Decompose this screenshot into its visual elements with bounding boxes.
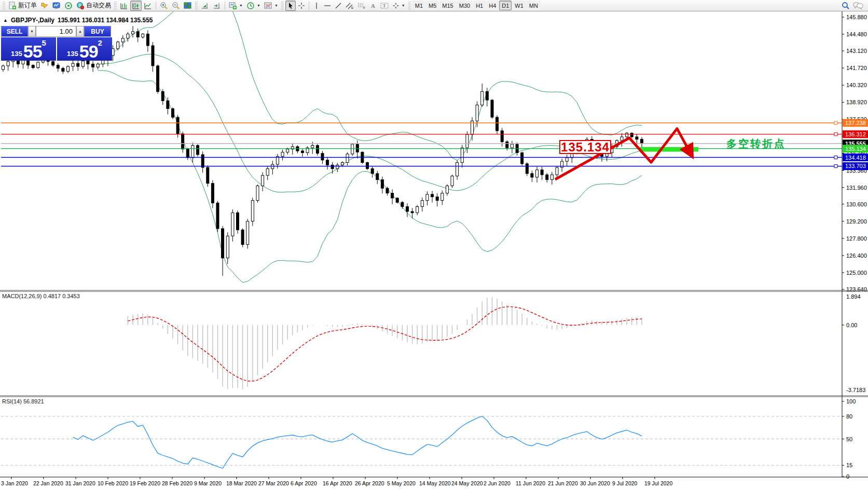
timeframe-button-m5[interactable]: M5 [426,1,439,10]
chart-canvas[interactable]: 145.880144.480143.120141.720140.320138.9… [0,11,868,489]
vertical-line-icon [313,2,320,9]
dropdown-arrow-icon: ▼ [257,4,260,7]
rsi-axis-label: 100 [846,398,856,404]
text-icon: A [369,2,377,9]
date-tick-label: 24 May 2020 [451,480,483,486]
svg-text:A: A [371,3,375,9]
timeframe-button-mn[interactable]: MN [527,1,541,10]
buy-price-big: 59 [79,44,98,59]
equidistant-channel-icon: E [346,2,354,9]
rsi-panel[interactable]: 1008050150 [1,398,856,480]
line-handle[interactable] [834,156,837,159]
buy-price-panel[interactable]: 135 59 2 [57,37,112,61]
level-price-label: 137.238 [845,120,866,126]
volume-increase-button[interactable]: ▲ [76,26,84,37]
text-label-icon: T [380,2,389,9]
collapse-arrow-icon[interactable]: ▲ [3,18,8,23]
sell-price-panel[interactable]: 135 55 5 [1,37,56,61]
new-order-button[interactable]: 新订单 [7,1,38,11]
market-watch-button[interactable] [51,1,62,11]
toolbar-grip[interactable] [281,2,284,10]
buy-price-prefix: 135 [67,49,78,59]
date-tick-label: 27 Mar 2020 [258,480,289,486]
bar-chart-icon [120,2,128,10]
auto-trading-icon [76,2,85,10]
fibonacci-tool-button[interactable]: F [356,1,367,11]
timeframe-button-d1[interactable]: D1 [499,1,512,10]
zoom-in-button[interactable] [158,1,170,11]
line-chart-button[interactable] [142,1,154,11]
sell-button[interactable]: SELL [1,26,28,37]
buy-price-pip: 2 [98,38,102,47]
macd-signal-line [128,307,642,382]
timeframe-button-m15[interactable]: M15 [439,1,456,10]
monitor-chart-icon [52,2,61,10]
text-tool-button[interactable]: A [368,1,378,11]
channel-tool-button[interactable]: E [344,1,355,11]
clock-icon [246,2,255,10]
timeframe-button-m1[interactable]: M1 [412,1,425,10]
vertical-line-tool-button[interactable] [311,1,322,11]
line-handle[interactable] [834,133,837,136]
search-symbol-icon[interactable] [842,2,850,10]
trendline-tool-button[interactable] [333,1,343,11]
toolbar-grip[interactable] [408,2,411,10]
toolbar-grip[interactable] [114,2,117,10]
volume-input[interactable] [36,26,76,37]
price-callout-box[interactable]: 135.134 [559,140,611,154]
crosshair-tool-button[interactable] [296,1,307,11]
timeframe-button-m30[interactable]: M30 [457,1,473,10]
templates-button[interactable]: ▼ [263,1,280,11]
volume-decrease-button[interactable]: ▼ [28,26,36,37]
line-handle[interactable] [834,164,837,167]
profile-button[interactable] [39,1,50,11]
price-tick-label: 131.960 [846,185,867,191]
text-label-tool-button[interactable]: T [379,1,390,11]
price-tick-label: 125.000 [846,270,867,276]
chat-icon[interactable] [853,2,863,10]
candlestick-icon [132,2,140,10]
periods-button[interactable]: ▼ [245,1,262,11]
turning-point-label[interactable]: 多空转折点 [726,137,786,151]
svg-text:T: T [383,3,386,8]
timeframe-button-w1[interactable]: W1 [512,1,526,10]
horizontal-line-tool-button[interactable] [322,1,333,11]
sell-price-big: 55 [23,44,42,59]
crosshair-icon [298,2,305,9]
level-price-label: 136.312 [845,131,866,137]
candlestick-chart-button[interactable] [130,1,142,11]
chart-shift-button[interactable] [211,1,223,11]
toolbar-grip[interactable] [3,2,5,10]
line-handle[interactable] [834,121,837,124]
dropdown-arrow-icon: ▼ [274,4,278,7]
cursor-tool-button[interactable] [285,1,296,11]
bollinger-upper-band [98,11,642,160]
dropdown-arrow-icon: ▼ [239,4,243,7]
signal-button[interactable] [63,1,74,11]
level-price-label: 134.418 [845,155,866,161]
buy-button[interactable]: BUY [84,26,111,37]
toolbar-grip[interactable] [195,2,198,10]
new-chart-button[interactable]: ▼ [227,1,244,11]
bar-chart-button[interactable] [118,1,130,11]
timeframe-button-h1[interactable]: H1 [473,1,486,10]
gold-arrow-icon [40,2,49,10]
price-tick-label: 127.800 [846,235,867,242]
price-tick-label: 141.720 [846,65,867,71]
date-tick-label: 22 Jan 2020 [33,480,63,486]
macd-panel[interactable]: 1.8940.00-3.7183 [128,294,865,393]
trading-platform-window: 新订单 自动交 [0,0,868,489]
price-axis[interactable]: 145.880144.480143.120141.720140.320138.9… [842,14,867,292]
auto-scroll-button[interactable] [199,1,211,11]
date-tick-label: 11 Jun 2020 [516,480,545,486]
template-icon [264,2,272,10]
price-tick-label: 143.120 [846,48,867,54]
chart-ohlc-values: 135.991 136.031 134.984 135.555 [58,17,153,24]
timeframe-button-h4[interactable]: H4 [486,1,499,10]
tile-windows-button[interactable] [182,1,194,11]
date-tick-label: 26 Apr 2020 [355,480,384,486]
zoom-out-button[interactable] [170,1,182,11]
auto-trading-button[interactable]: 自动交易 [75,1,113,11]
shapes-tool-button[interactable]: ▼ [391,1,407,11]
date-axis[interactable]: 3 Jan 202022 Jan 202031 Jan 202010 Feb 2… [1,477,672,486]
